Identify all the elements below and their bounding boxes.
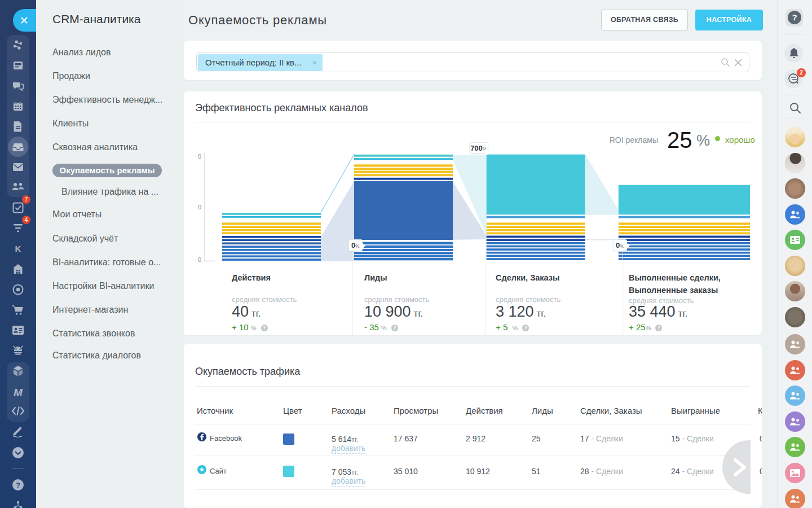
svg-text:0: 0 (198, 256, 201, 263)
svg-text:0: 0 (198, 204, 201, 211)
svg-text:0: 0 (198, 153, 201, 160)
svg-text:?: ? (16, 481, 20, 489)
